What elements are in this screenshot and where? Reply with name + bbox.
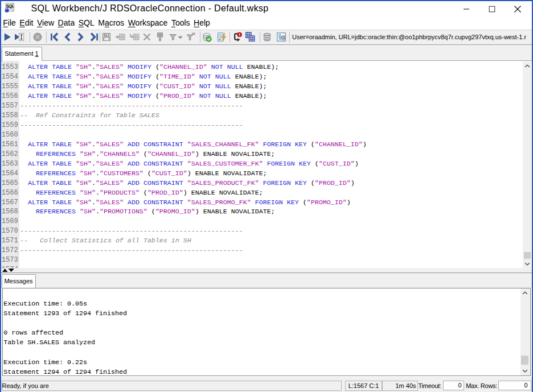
reset-filter-button[interactable] xyxy=(184,31,197,43)
execute-current-button[interactable] xyxy=(13,31,26,43)
code-token: "SALES_CUSTOMER_FK" xyxy=(187,160,263,168)
code-line: ALTER TABLE "SH"."SALES" ADD CONSTRAINT … xyxy=(20,140,367,150)
scroll-down-button[interactable] xyxy=(520,367,530,376)
last-row-button[interactable] xyxy=(88,31,101,43)
code-token: ALTER TABLE xyxy=(28,160,72,168)
app-logo-icon: SQL xyxy=(5,3,15,14)
scroll-up-button[interactable] xyxy=(523,61,531,70)
code-token: "PROMOTIONS" xyxy=(100,208,147,216)
cancel-statement-button[interactable] xyxy=(31,31,44,43)
menu-data[interactable]: Data xyxy=(56,17,76,28)
messages-panel[interactable]: Execution time: 0.05sStatement 1293 of 1… xyxy=(2,288,531,376)
sql-editor[interactable]: 1553155415551556155715581559156015611562… xyxy=(1,60,532,268)
commit-button[interactable] xyxy=(200,31,213,43)
delete-row-button[interactable] xyxy=(141,31,153,43)
editor-scrollbar-thumb[interactable] xyxy=(524,252,531,259)
minimize-button[interactable] xyxy=(453,1,479,16)
menu-edit[interactable]: Edit xyxy=(18,17,35,28)
db-explorer-button[interactable] xyxy=(275,31,288,43)
code-token: ) xyxy=(351,179,355,187)
code-token: "SALES" xyxy=(96,92,124,100)
code-token: . xyxy=(96,208,100,216)
code-token: ADD CONSTRAINT xyxy=(128,141,183,148)
insert-row-button[interactable] xyxy=(114,31,126,43)
menu-item-label: QL xyxy=(84,18,95,27)
messages-vertical-scrollbar[interactable] xyxy=(520,288,530,376)
tab-statement-1[interactable]: Statement 1 xyxy=(2,47,42,61)
line-number: 1571 xyxy=(1,236,18,246)
toolbar-separator xyxy=(100,32,100,43)
menu-item-label: T xyxy=(171,18,175,27)
chevron-down-icon xyxy=(523,370,528,373)
menu-item-label: ools xyxy=(175,18,190,27)
next-row-button[interactable] xyxy=(75,31,87,43)
code-token: "SH" xyxy=(76,63,92,71)
table-search-icon xyxy=(245,32,255,42)
save-changes-button[interactable] xyxy=(100,31,113,43)
code-token: "PROMO_ID" xyxy=(155,208,195,216)
code-token: ( xyxy=(147,208,155,216)
code-token: "SH" xyxy=(80,150,96,158)
menu-item-label: W xyxy=(128,18,136,27)
messages-scrollbar-thumb[interactable] xyxy=(521,356,528,365)
first-row-button[interactable] xyxy=(48,31,60,43)
split-divider[interactable] xyxy=(1,268,532,273)
last-record-icon xyxy=(89,32,100,42)
filter-button[interactable] xyxy=(170,31,183,43)
rollback-button[interactable] xyxy=(215,31,227,43)
filter-selection-button[interactable] xyxy=(154,31,166,43)
code-token xyxy=(76,208,80,216)
max-rows-input[interactable]: 0 xyxy=(498,381,531,390)
code-token: NOT NULL xyxy=(199,82,231,90)
message-line xyxy=(3,348,127,357)
scroll-down-button[interactable] xyxy=(523,259,531,268)
code-token: ) ENABLE NOVALIDATE; xyxy=(195,208,275,216)
ignore-errors-button[interactable] xyxy=(231,31,244,43)
chevron-up-icon xyxy=(524,64,530,67)
code-line: -- Ref Constraints for Table SALES xyxy=(20,111,159,121)
table-search-button[interactable] xyxy=(244,31,256,43)
code-area[interactable]: ALTER TABLE "SH"."SALES" MODIFY ("CHANNE… xyxy=(20,61,522,268)
previous-record-icon xyxy=(62,32,72,42)
close-button[interactable] xyxy=(505,1,530,16)
code-token: "CHANNELS" xyxy=(100,150,140,158)
maximize-button[interactable] xyxy=(479,1,505,16)
menu-macros[interactable]: Macros xyxy=(96,17,126,28)
menu-file[interactable]: File xyxy=(1,17,18,28)
code-token: ----------------------------------------… xyxy=(20,227,243,235)
database-icon xyxy=(262,32,272,42)
menu-tools[interactable]: Tools xyxy=(170,17,192,28)
timeout-input[interactable]: 0 xyxy=(443,381,464,390)
scroll-up-button[interactable] xyxy=(520,288,530,297)
execute-all-button[interactable] xyxy=(1,31,14,43)
code-token: MODIFY xyxy=(128,82,151,90)
line-number: 1561 xyxy=(1,140,18,150)
code-token: "SALES_PROMO_FK" xyxy=(187,199,251,207)
code-token: "CUST_ID" xyxy=(319,160,355,168)
editor-vertical-scrollbar[interactable] xyxy=(523,61,531,268)
toolbar-separator xyxy=(289,32,290,43)
code-token: REFERENCES xyxy=(36,208,76,216)
menu-view[interactable]: View xyxy=(35,17,56,28)
code-line: ALTER TABLE "SH"."SALES" ADD CONSTRAINT … xyxy=(20,179,355,188)
code-token: "SH" xyxy=(80,189,96,197)
code-token xyxy=(72,92,76,100)
insert-row-icon xyxy=(115,32,125,42)
code-token: "TIME_ID" xyxy=(159,73,195,81)
code-line: ALTER TABLE "SH"."SALES" MODIFY ("PROD_I… xyxy=(20,92,267,101)
previous-row-button[interactable] xyxy=(61,31,73,43)
menu-workspace[interactable]: Workspace xyxy=(126,17,169,28)
code-token: NOT NULL xyxy=(199,73,231,81)
connect-window-button[interactable] xyxy=(261,31,273,43)
code-token: "SH" xyxy=(76,82,92,90)
code-token: NOT NULL xyxy=(199,92,231,100)
menu-sql[interactable]: SQL xyxy=(76,17,96,28)
tab-messages[interactable]: Messages xyxy=(2,274,36,288)
message-line: Statement 1293 of 1294 finished xyxy=(3,309,127,319)
copy-row-button[interactable] xyxy=(128,31,141,43)
toolbar-separator xyxy=(46,32,47,43)
menu-help[interactable]: Help xyxy=(192,17,212,28)
code-token xyxy=(20,208,36,216)
code-token: ( xyxy=(151,73,159,81)
code-token xyxy=(72,179,76,187)
